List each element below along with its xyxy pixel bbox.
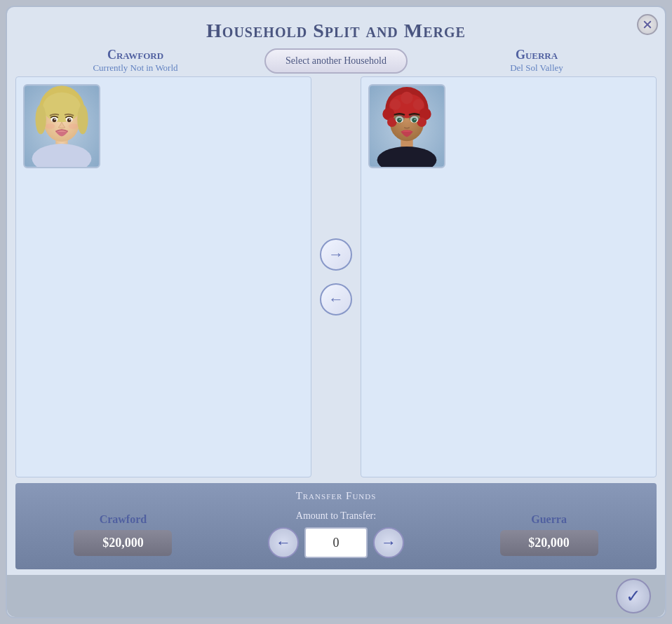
title-area: Household Split and Merge — [7, 7, 665, 48]
page-title: Household Split and Merge — [7, 20, 665, 42]
crawford-portrait — [23, 84, 100, 168]
select-household-button[interactable]: Select another Household — [264, 48, 408, 74]
right-transfer-household: Guerra $20,000 — [455, 513, 643, 556]
transfer-left-arrow-icon: ← — [276, 534, 291, 552]
svg-point-26 — [390, 99, 401, 109]
transfer-left-button[interactable]: ← — [268, 527, 299, 558]
svg-point-7 — [77, 104, 88, 134]
left-transfer-household: Crawford $20,000 — [29, 513, 217, 556]
bottom-bar: ✓ — [7, 575, 665, 617]
svg-point-28 — [401, 92, 412, 104]
transfer-amount-input[interactable] — [304, 527, 368, 558]
left-household-name: Crawford — [35, 48, 236, 62]
move-right-button[interactable]: → — [320, 238, 352, 271]
transfer-row: Crawford $20,000 Amount to Transfer: ← →… — [29, 510, 643, 558]
right-household-header: Guerra Del Sol Valley — [436, 48, 637, 74]
guerra-portrait — [368, 84, 445, 168]
svg-point-12 — [54, 118, 55, 120]
checkmark-icon: ✓ — [626, 585, 641, 607]
right-funds-display: $20,000 — [500, 530, 598, 556]
left-transfer-name: Crawford — [100, 513, 147, 526]
arrows-middle: → ← — [311, 76, 361, 477]
left-household-location: Currently Not in World — [35, 62, 236, 74]
move-left-button[interactable]: ← — [320, 283, 352, 316]
transfer-middle: Amount to Transfer: ← → — [224, 510, 448, 558]
select-btn-area: Select another Household — [236, 48, 436, 74]
confirm-button[interactable]: ✓ — [616, 578, 651, 613]
svg-point-6 — [35, 104, 46, 134]
households-header: Crawford Currently Not in World Select a… — [7, 48, 665, 74]
right-household-location: Del Sol Valley — [436, 62, 637, 74]
transfer-right-button[interactable]: → — [373, 527, 404, 558]
amount-label: Amount to Transfer: — [296, 510, 376, 522]
svg-point-11 — [67, 118, 72, 122]
svg-point-36 — [409, 115, 419, 122]
svg-point-14 — [46, 123, 55, 129]
svg-point-35 — [394, 115, 405, 122]
svg-point-10 — [53, 118, 57, 122]
left-arrow-icon: ← — [328, 290, 344, 308]
right-household-name: Guerra — [436, 48, 637, 62]
left-funds-display: $20,000 — [74, 530, 172, 556]
svg-point-27 — [413, 99, 424, 109]
close-button[interactable] — [637, 14, 658, 35]
right-transfer-name: Guerra — [531, 513, 567, 526]
transfer-amount-row: ← → — [268, 527, 404, 558]
left-household-header: Crawford Currently Not in World — [35, 48, 236, 74]
transfer-title: Transfer Funds — [29, 490, 643, 502]
main-window: Household Split and Merge Crawford Curre… — [6, 6, 666, 618]
transfer-section: Transfer Funds Crawford $20,000 Amount t… — [15, 483, 657, 569]
svg-point-13 — [69, 118, 71, 120]
right-household-panel — [361, 76, 657, 477]
right-arrow-icon: → — [328, 245, 344, 264]
left-household-panel — [15, 76, 311, 477]
svg-point-15 — [69, 123, 78, 129]
transfer-right-arrow-icon: → — [381, 534, 396, 552]
svg-point-5 — [43, 93, 81, 122]
main-panels: → ← — [15, 76, 657, 477]
